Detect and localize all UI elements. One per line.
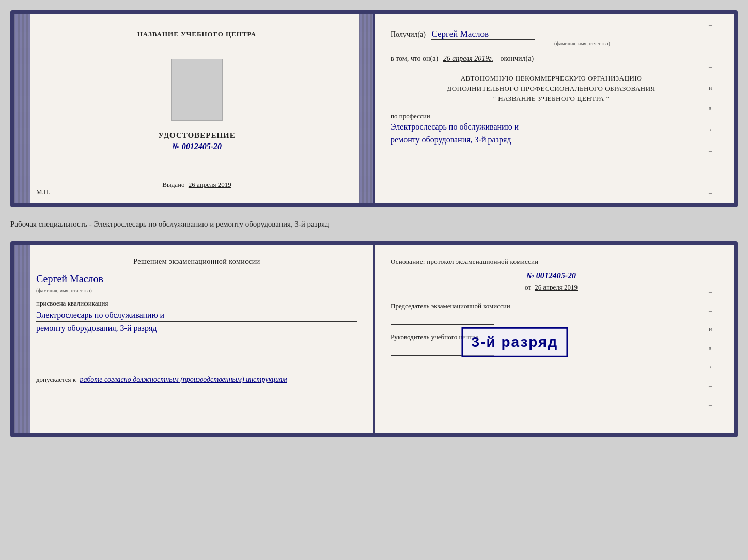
side-dashes-bottom: ––––иа←––– <box>709 245 715 433</box>
photo-placeholder <box>171 59 223 121</box>
autonomous-block: АВТОНОМНУЮ НЕКОММЕРЧЕСКУЮ ОРГАНИЗАЦИЮ ДО… <box>391 73 712 104</box>
osnovanie-label: Основание: протокол экзаменационной коми… <box>391 258 712 266</box>
dopuskaetsya-section: допускается к работе согласно должностны… <box>36 376 357 384</box>
top-left-title: НАЗВАНИЕ УЧЕБНОГО ЦЕНТРА <box>137 30 257 38</box>
top-right-panel: Получил(а) Сергей Маслов – (фамилия, имя… <box>374 14 734 203</box>
dopuskaetsya-value: работе согласно должностным (производств… <box>80 376 287 383</box>
page-wrapper: НАЗВАНИЕ УЧЕБНОГО ЦЕНТРА УДОСТОВЕРЕНИЕ №… <box>10 10 738 437</box>
between-label-text: Рабочая специальность - Электрослесарь п… <box>10 220 329 228</box>
dash-top: – <box>541 30 544 38</box>
bottom-document-card: Решением экзаменационной комиссии Сергей… <box>10 241 738 437</box>
vtom-prefix: в том, что он(а) <box>391 55 438 62</box>
texture-strip-left-bottom <box>14 245 30 433</box>
okochil-label: окончил(а) <box>500 55 534 62</box>
texture-strip-right-top <box>359 14 374 203</box>
vydano-label: Выдано <box>162 181 184 188</box>
prisvoena-label: присвоена квалификация <box>36 299 357 308</box>
udostoverenie-num: № 0012405-20 <box>172 142 222 151</box>
qualification-line1: Электрослесарь по обслуживанию и <box>36 311 357 322</box>
predsedatel-text: Председатель экзаменационной комиссии <box>391 302 510 310</box>
bottom-right-panel: Основание: протокол экзаменационной коми… <box>374 245 734 433</box>
sig-line-1 <box>36 343 357 353</box>
mp-label: М.П. <box>36 188 50 196</box>
fio-handwritten-bottom: Сергей Маслов <box>36 273 357 285</box>
po-professii-label: по профессии <box>391 112 712 120</box>
texture-strip-left <box>14 14 30 203</box>
stamp: 3-й разряд <box>462 327 568 357</box>
received-line: Получил(а) Сергей Маслов – (фамилия, имя… <box>391 29 712 46</box>
signature-lines-bottom <box>36 343 357 367</box>
autonomous-line2: ДОПОЛНИТЕЛЬНОГО ПРОФЕССИОНАЛЬНОГО ОБРАЗО… <box>391 84 712 94</box>
predsedatel-label: Председатель экзаменационной комиссии <box>391 302 712 310</box>
resheniem-title: Решением экзаменационной комиссии <box>36 258 357 266</box>
udostoverenie-label: УДОСТОВЕРЕНИЕ <box>158 131 236 140</box>
profession-line1: Электрослесарь по обслуживанию и <box>391 122 712 133</box>
ot-line: от 26 апреля 2019 <box>391 283 712 292</box>
sig-line-2 <box>36 357 357 367</box>
dopuskaetsya-prefix: допускается к <box>36 376 76 383</box>
qualification-line2: ремонту оборудования, 3-й разряд <box>36 324 357 334</box>
top-document-card: НАЗВАНИЕ УЧЕБНОГО ЦЕНТРА УДОСТОВЕРЕНИЕ №… <box>10 10 738 207</box>
bottom-left-panel: Решением экзаменационной комиссии Сергей… <box>14 245 374 433</box>
fio-handwritten-top: Сергей Маслов <box>431 29 535 40</box>
stamp-text: 3-й разряд <box>472 334 558 350</box>
profession-line2: ремонту оборудования, 3-й разряд <box>391 135 712 146</box>
vydano-line: Выдано 26 апреля 2019 <box>162 181 231 189</box>
protocol-num: № 0012405-20 <box>391 271 712 280</box>
autonomous-line3: " НАЗВАНИЕ УЧЕБНОГО ЦЕНТРА " <box>391 93 712 104</box>
predsedatel-sig-line <box>391 312 494 325</box>
between-label: Рабочая специальность - Электрослесарь п… <box>10 217 738 232</box>
side-dashes-top: –––иа←––– <box>709 14 715 203</box>
ot-date: 26 апреля 2019 <box>535 283 578 291</box>
ot-prefix: от <box>525 283 531 291</box>
vtom-line: в том, что он(а) 26 апреля 2019г. окончи… <box>391 55 712 63</box>
autonomous-line1: АВТОНОМНУЮ НЕКОММЕРЧЕСКУЮ ОРГАНИЗАЦИЮ <box>391 73 712 84</box>
vydano-date: 26 апреля 2019 <box>189 181 231 188</box>
fio-hint-top: (фамилия, имя, отчество) <box>453 41 712 46</box>
poluchil-label: Получил(а) <box>391 30 426 38</box>
vtom-date: 26 апреля 2019г. <box>443 55 493 62</box>
top-left-panel: НАЗВАНИЕ УЧЕБНОГО ЦЕНТРА УДОСТОВЕРЕНИЕ №… <box>14 14 374 203</box>
fio-hint-bottom: (фамилия, имя, отчество) <box>36 287 357 293</box>
